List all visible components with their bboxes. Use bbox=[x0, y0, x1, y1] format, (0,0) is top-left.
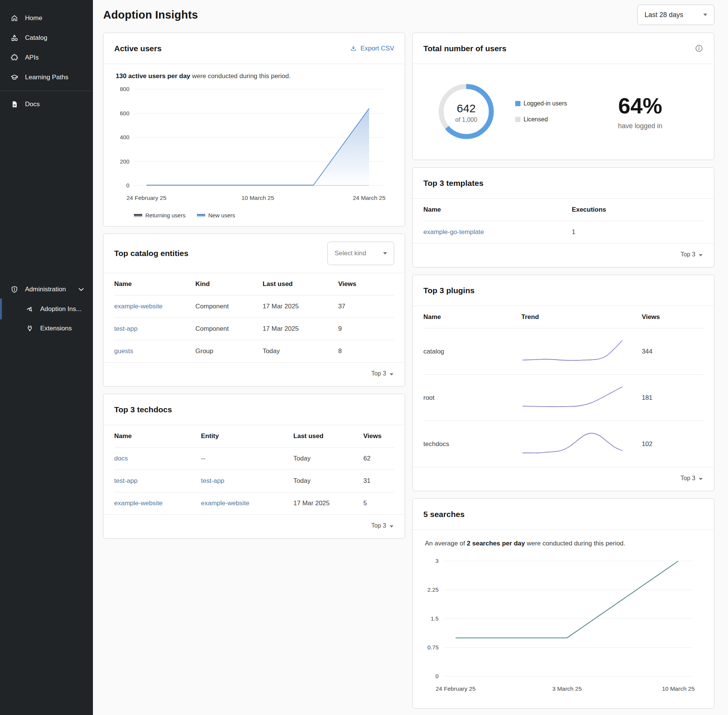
entity-link[interactable]: guests bbox=[114, 340, 195, 363]
techdoc-link[interactable]: example-website bbox=[114, 492, 201, 515]
table-row: guests Group Today 8 bbox=[114, 340, 394, 363]
card-title: Top 3 templates bbox=[423, 179, 483, 188]
svg-text:600: 600 bbox=[120, 110, 129, 116]
svg-text:24 February 25: 24 February 25 bbox=[436, 685, 475, 692]
date-range-value: Last 28 days bbox=[645, 11, 683, 19]
table-row: techdocs 102 bbox=[423, 421, 703, 467]
plugins-table: Name Trend Views catalog 344 bbox=[423, 306, 703, 467]
card-title: Top 3 techdocs bbox=[114, 405, 172, 414]
sidebar: Home Catalog APIs Learning Paths Docs Ad… bbox=[0, 0, 93, 715]
sidebar-item-label: Docs bbox=[25, 101, 40, 108]
sidebar-item-apis[interactable]: APIs bbox=[0, 48, 93, 68]
table-row: example-website example-website 17 Mar 2… bbox=[114, 492, 394, 515]
returning-users-swatch-icon bbox=[134, 214, 142, 217]
logged-in-stat: 64% have logged in bbox=[618, 93, 662, 130]
cell: 62 bbox=[363, 448, 394, 470]
cell: 17 Mar 2025 bbox=[263, 295, 338, 318]
column-header: Views bbox=[363, 425, 394, 448]
main-content: Adoption Insights Last 28 days Active us… bbox=[93, 0, 728, 715]
cell: 102 bbox=[642, 421, 703, 467]
sidebar-item-administration[interactable]: Administration bbox=[0, 280, 93, 299]
catalog-entities-table: Name Kind Last used Views example-websit… bbox=[114, 273, 394, 362]
active-users-chart: 020040060080024 February 2510 March 2524… bbox=[114, 80, 394, 209]
cell: 37 bbox=[338, 295, 394, 318]
active-indicator bbox=[0, 299, 2, 319]
entity-link[interactable]: test-app bbox=[114, 318, 195, 340]
svg-text:24 February 25: 24 February 25 bbox=[126, 195, 166, 201]
svg-text:800: 800 bbox=[120, 86, 129, 92]
entity-link[interactable]: test-app bbox=[201, 470, 294, 492]
svg-text:0.75: 0.75 bbox=[428, 644, 439, 651]
card-title: Top 3 plugins bbox=[423, 286, 475, 295]
column-header: Last used bbox=[293, 425, 363, 448]
cell: Component bbox=[195, 318, 263, 340]
column-header: Name bbox=[423, 306, 521, 328]
svg-text:200: 200 bbox=[120, 158, 129, 165]
legend-item-new-users: New users bbox=[197, 212, 235, 218]
top3-dropdown[interactable]: Top 3 bbox=[413, 467, 714, 491]
table-row: example-website Component 17 Mar 2025 37 bbox=[114, 295, 394, 318]
kind-select[interactable]: Select kind bbox=[327, 242, 394, 265]
top3-dropdown[interactable]: Top 3 bbox=[104, 362, 405, 386]
active-users-card: Active users Export CSV 130 active users… bbox=[103, 33, 405, 226]
date-range-select[interactable]: Last 28 days bbox=[637, 5, 714, 25]
cell: Today bbox=[263, 340, 338, 363]
techdoc-link[interactable]: test-app bbox=[114, 470, 201, 492]
template-link[interactable]: example-go-template bbox=[423, 221, 572, 244]
table-row: root 181 bbox=[423, 375, 703, 421]
cell: Group bbox=[195, 340, 263, 363]
techdoc-link[interactable]: docs bbox=[114, 448, 201, 470]
active-users-summary: 130 active users per day were conducted … bbox=[114, 72, 394, 80]
svg-text:3: 3 bbox=[436, 558, 439, 564]
top3-dropdown[interactable]: Top 3 bbox=[413, 243, 714, 267]
home-icon bbox=[10, 14, 19, 22]
svg-text:of 1,000: of 1,000 bbox=[455, 116, 477, 123]
searches-chart: 00.751.52.25324 February 253 March 2510 … bbox=[423, 552, 703, 700]
card-title: Total number of users bbox=[423, 44, 506, 53]
entity-link[interactable]: example-website bbox=[114, 295, 195, 318]
svg-text:0: 0 bbox=[436, 673, 439, 679]
techdocs-trend-sparkline bbox=[521, 431, 624, 455]
sidebar-item-catalog[interactable]: Catalog bbox=[0, 28, 93, 48]
licensed-swatch-icon bbox=[515, 117, 520, 122]
svg-text:10 March 25: 10 March 25 bbox=[662, 685, 695, 692]
top3-dropdown[interactable]: Top 3 bbox=[104, 514, 405, 538]
new-users-swatch-icon bbox=[197, 214, 205, 217]
cell: Component bbox=[195, 295, 263, 318]
card-title: 5 searches bbox=[423, 510, 465, 519]
cell: 9 bbox=[338, 318, 394, 340]
logged-in-percent: 64% bbox=[618, 93, 662, 118]
chevron-down-icon bbox=[77, 285, 85, 294]
sidebar-item-home[interactable]: Home bbox=[0, 8, 93, 28]
svg-text:24 March 25: 24 March 25 bbox=[353, 195, 385, 201]
cell: 344 bbox=[642, 328, 703, 375]
caret-down-icon bbox=[383, 252, 387, 255]
caret-down-icon bbox=[703, 14, 707, 16]
sidebar-item-extensions[interactable]: Extensions bbox=[0, 319, 93, 338]
caret-down-icon bbox=[699, 478, 703, 480]
svg-text:2.25: 2.25 bbox=[428, 586, 439, 593]
table-row: test-app Component 17 Mar 2025 9 bbox=[114, 318, 394, 340]
info-button[interactable] bbox=[695, 44, 703, 53]
plug-icon bbox=[26, 324, 34, 332]
sidebar-item-learning-paths[interactable]: Learning Paths bbox=[0, 68, 93, 87]
svg-text:1.5: 1.5 bbox=[431, 615, 439, 622]
entity-link[interactable]: example-website bbox=[201, 492, 294, 515]
cell: 17 Mar 2025 bbox=[293, 492, 363, 515]
cell: 5 bbox=[363, 492, 394, 515]
donut-legend: Logged-in users Licensed bbox=[515, 100, 567, 123]
svg-text:400: 400 bbox=[120, 134, 129, 140]
column-header: Entity bbox=[201, 425, 294, 448]
caret-down-icon bbox=[699, 254, 703, 256]
top-techdocs-card: Top 3 techdocs Name Entity Last used Vie… bbox=[103, 394, 405, 539]
cell: 181 bbox=[642, 375, 703, 421]
sidebar-item-adoption-insights[interactable]: Adoption Ins... bbox=[0, 299, 93, 319]
legend-item-logged-in: Logged-in users bbox=[515, 100, 567, 107]
top-templates-card: Top 3 templates Name Executions exampl bbox=[412, 167, 714, 267]
column-header: Name bbox=[114, 425, 201, 448]
learning-paths-icon bbox=[10, 73, 19, 82]
sidebar-item-docs[interactable]: Docs bbox=[0, 94, 93, 114]
top-plugins-card: Top 3 plugins Name Trend Views bbox=[412, 275, 714, 491]
page-header: Adoption Insights Last 28 days bbox=[103, 0, 714, 33]
export-csv-button[interactable]: Export CSV bbox=[350, 45, 394, 52]
